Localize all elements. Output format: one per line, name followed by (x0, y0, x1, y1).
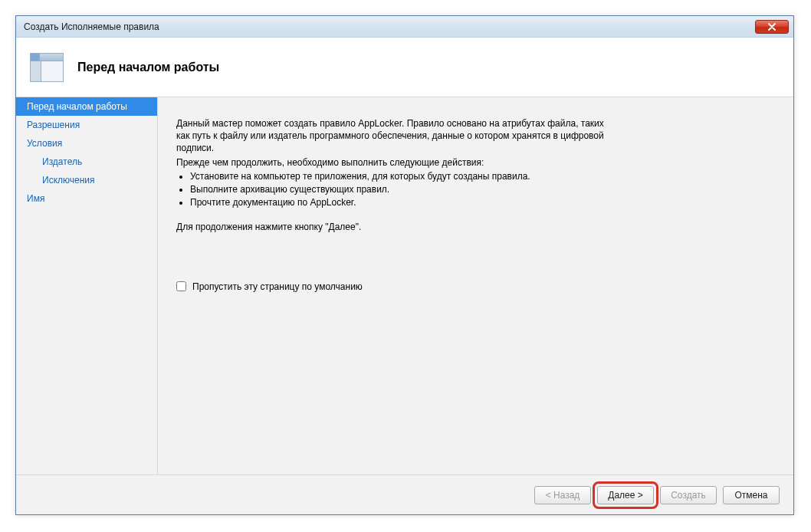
back-button[interactable]: < Назад (534, 486, 591, 504)
nav-button-group: < Назад Далее > Создать (534, 486, 717, 504)
sidebar-item-exceptions[interactable]: Исключения (16, 171, 157, 189)
sidebar-item-name[interactable]: Имя (16, 189, 157, 208)
close-button[interactable] (755, 20, 789, 34)
prereq-item: Выполните архивацию существующих правил. (190, 183, 606, 195)
prereq-item: Прочтите документацию по AppLocker. (190, 196, 606, 209)
sidebar-item-conditions[interactable]: Условия (16, 134, 157, 153)
page-title: Перед началом работы (77, 61, 219, 74)
wizard-footer: < Назад Далее > Создать Отмена (16, 475, 793, 514)
window-title: Создать Исполняемые правила (24, 21, 755, 32)
sidebar-item-publisher[interactable]: Издатель (16, 153, 157, 171)
intro-paragraph-1: Данный мастер поможет создать правило Ap… (176, 117, 606, 155)
close-icon (767, 23, 777, 31)
skip-row: Пропустить эту страницу по умолчанию (176, 281, 775, 292)
titlebar: Создать Исполняемые правила (16, 16, 793, 38)
skip-label: Пропустить эту страницу по умолчанию (192, 281, 363, 292)
wizard-body: Перед началом работы Разрешения Условия … (16, 97, 793, 475)
wizard-header: Перед началом работы (16, 38, 793, 97)
next-button[interactable]: Далее > (597, 486, 654, 504)
intro-paragraph-2: Прежде чем продолжить, необходимо выполн… (176, 156, 606, 169)
prereq-item: Установите на компьютер те приложения, д… (190, 170, 606, 182)
content-area: Данный мастер поможет создать правило Ap… (157, 97, 793, 475)
create-button[interactable]: Создать (660, 486, 717, 504)
skip-checkbox[interactable] (176, 281, 186, 291)
continue-paragraph: Для продолжения нажмите кнопку "Далее". (176, 221, 606, 233)
cancel-button[interactable]: Отмена (723, 486, 780, 504)
intro-text: Данный мастер поможет создать правило Ap… (176, 117, 606, 235)
wizard-icon (30, 53, 64, 82)
sidebar-item-before-you-begin[interactable]: Перед началом работы (16, 97, 157, 116)
sidebar-item-permissions[interactable]: Разрешения (16, 116, 157, 134)
next-button-container: Далее > (597, 486, 654, 504)
sidebar: Перед началом работы Разрешения Условия … (16, 97, 157, 475)
wizard-window: Создать Исполняемые правила Перед начало… (15, 15, 794, 515)
prereq-list: Установите на компьютер те приложения, д… (190, 170, 606, 209)
